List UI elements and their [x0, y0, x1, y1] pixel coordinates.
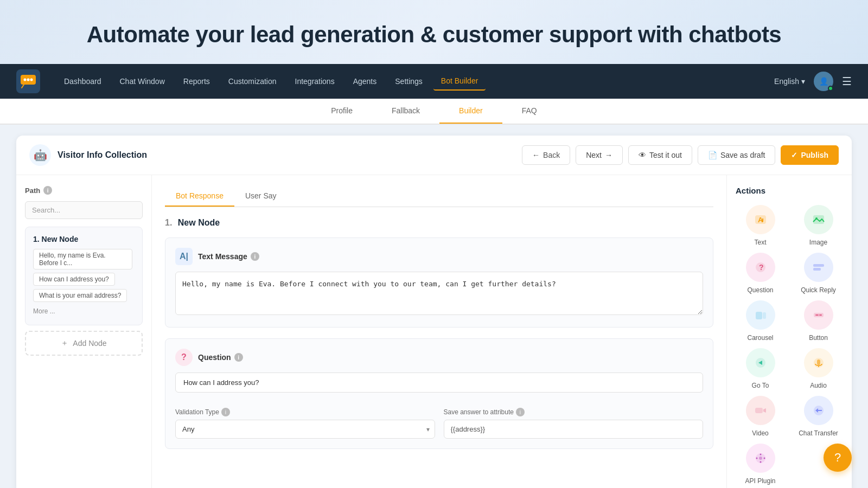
svg-point-29	[756, 458, 757, 459]
node-card: 1. New Node Hello, my name is Eva. Befor…	[25, 227, 143, 325]
svg-rect-23	[755, 408, 763, 413]
action-button[interactable]: Button	[794, 300, 843, 342]
nav-dashboard[interactable]: Dashboard	[56, 73, 109, 90]
nav-customization[interactable]: Customization	[221, 73, 284, 90]
path-info-icon[interactable]: i	[43, 186, 52, 195]
action-video[interactable]: Video	[736, 396, 785, 437]
chat-transfer-action-icon	[804, 396, 833, 425]
tab-fallback[interactable]: Fallback	[372, 99, 439, 124]
api-plugin-action-icon	[746, 444, 775, 473]
avatar[interactable]: 👤	[814, 72, 833, 91]
nav-chat-window[interactable]: Chat Window	[112, 73, 173, 90]
svg-text:?: ?	[759, 263, 764, 272]
nav-bot-builder[interactable]: Bot Builder	[433, 72, 486, 91]
sub-tabs-bar: Profile Fallback Builder FAQ	[0, 99, 868, 125]
action-chat-transfer[interactable]: Chat Transfer	[794, 396, 843, 437]
action-audio[interactable]: Audio	[794, 348, 843, 389]
node-more[interactable]: More ...	[33, 305, 135, 317]
nav-right: English ▾ 👤 ☰	[774, 72, 852, 91]
validation-info-icon[interactable]: i	[221, 408, 230, 416]
search-input[interactable]	[25, 201, 143, 219]
svg-point-28	[760, 461, 761, 463]
save-draft-button[interactable]: 📄 Save as draft	[698, 145, 776, 165]
tab-builder[interactable]: Builder	[439, 99, 502, 124]
file-icon: 📄	[708, 151, 717, 159]
language-selector[interactable]: English ▾	[774, 77, 805, 86]
action-carousel[interactable]: Carousel	[736, 300, 785, 342]
svg-point-3	[27, 79, 30, 81]
video-action-label: Video	[752, 429, 768, 437]
bot-title: Visitor Info Collection	[58, 150, 147, 160]
help-icon: ?	[834, 451, 841, 465]
path-panel: Path i 1. New Node Hello, my name is Eva…	[16, 175, 152, 488]
action-quick-reply[interactable]: Quick Reply	[794, 253, 843, 294]
node-tag-0[interactable]: Hello, my name is Eva. Before I c...	[33, 249, 132, 269]
validation-type-label: Validation Type i	[175, 408, 435, 416]
svg-rect-13	[813, 268, 821, 271]
text-action-icon: A	[746, 205, 775, 234]
publish-button[interactable]: ✓ Publish	[781, 145, 839, 165]
add-node-button[interactable]: ＋ Add Node	[25, 331, 143, 356]
chevron-down-icon: ▾	[801, 77, 805, 86]
logo[interactable]	[16, 69, 40, 93]
svg-rect-14	[756, 312, 762, 319]
arrow-left-icon: ←	[532, 151, 540, 159]
actions-grid: A Text Image ? Question	[736, 205, 843, 485]
action-goto[interactable]: Go To	[736, 348, 785, 389]
back-button[interactable]: ← Back	[522, 145, 570, 165]
action-image[interactable]: Image	[794, 205, 843, 246]
tab-user-say[interactable]: User Say	[234, 186, 288, 207]
question-action-label: Question	[747, 286, 773, 294]
svg-rect-12	[813, 264, 824, 267]
save-attribute-label: Save answer to attribute i	[444, 408, 704, 416]
text-message-header: A| Text Message i	[175, 248, 703, 265]
save-attr-info-icon[interactable]: i	[516, 408, 525, 416]
question-input[interactable]	[175, 373, 703, 393]
node-tag-1[interactable]: How can I address you?	[33, 273, 115, 286]
arrow-right-icon: →	[605, 151, 612, 159]
actions-title: Actions	[736, 186, 843, 195]
button-action-icon	[804, 300, 833, 330]
nav-reports[interactable]: Reports	[176, 73, 218, 90]
bot-avatar-icon: 🤖	[29, 144, 51, 166]
eye-icon: 👁	[639, 151, 646, 159]
nav-integrations[interactable]: Integrations	[288, 73, 342, 90]
bot-card-header: 🤖 Visitor Info Collection ← Back Next → …	[16, 136, 852, 175]
audio-action-icon	[804, 348, 833, 377]
node-card-title: 1. New Node	[33, 235, 135, 243]
navbar: Dashboard Chat Window Reports Customizat…	[0, 64, 868, 99]
test-button[interactable]: 👁 Test it out	[628, 145, 692, 165]
quick-reply-action-label: Quick Reply	[801, 286, 836, 294]
next-button[interactable]: Next →	[576, 145, 623, 165]
goto-action-icon	[746, 348, 775, 377]
question-label: Question i	[198, 353, 243, 362]
action-text[interactable]: A Text	[736, 205, 785, 246]
validation-type-select[interactable]: Any Email Phone Number	[175, 420, 435, 439]
response-tabs: Bot Response User Say	[165, 186, 713, 207]
tab-profile[interactable]: Profile	[311, 99, 372, 124]
save-attribute-input[interactable]	[444, 420, 704, 439]
help-button[interactable]: ?	[824, 444, 852, 472]
main-wrapper: 🤖 Visitor Info Collection ← Back Next → …	[0, 125, 868, 488]
text-message-info-icon[interactable]: i	[251, 252, 259, 261]
svg-point-30	[763, 458, 765, 459]
action-api-plugin[interactable]: API Plugin	[736, 444, 785, 485]
question-info-icon[interactable]: i	[234, 353, 243, 362]
text-message-label: Text Message i	[198, 252, 259, 261]
tab-bot-response[interactable]: Bot Response	[165, 186, 234, 207]
tab-faq[interactable]: FAQ	[502, 99, 557, 124]
hero-section: Automate your lead generation & customer…	[0, 0, 868, 64]
node-tag-2[interactable]: What is your email address?	[33, 289, 127, 302]
nav-settings[interactable]: Settings	[387, 73, 430, 90]
online-status-dot	[828, 86, 833, 91]
question-icon: ?	[175, 349, 193, 366]
question-form-row: Validation Type i Any Email Phone Number	[175, 408, 703, 439]
audio-action-label: Audio	[810, 382, 827, 389]
action-question[interactable]: ? Question	[736, 253, 785, 294]
text-message-textarea[interactable]: Hello, my name is Eva. Before I connect …	[175, 272, 703, 315]
menu-icon[interactable]: ☰	[842, 75, 852, 88]
svg-point-2	[24, 79, 27, 81]
image-action-icon	[804, 205, 833, 234]
svg-point-4	[30, 79, 33, 81]
nav-agents[interactable]: Agents	[346, 73, 385, 90]
